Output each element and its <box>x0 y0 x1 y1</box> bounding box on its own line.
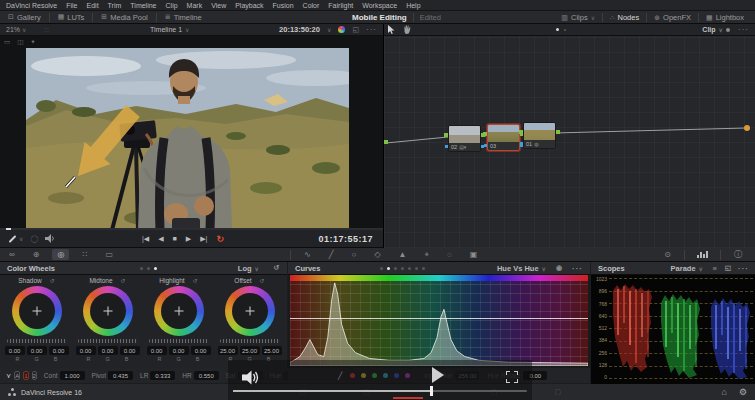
play-overlay-icon[interactable] <box>432 367 444 383</box>
contrast-value[interactable]: 1.000 <box>60 371 85 380</box>
reset-icon[interactable]: ↺ <box>50 277 55 284</box>
midtone-color-wheel[interactable] <box>83 286 133 336</box>
wheels-pagination[interactable] <box>140 267 157 270</box>
pagination-dot[interactable] <box>564 29 566 31</box>
shadow-master-slider[interactable] <box>7 339 67 343</box>
value-box[interactable]: 25.00 <box>262 346 282 355</box>
reset-icon[interactable]: ↺ <box>193 277 198 284</box>
menu-clip[interactable]: Clip <box>166 2 178 9</box>
pivot-value[interactable]: 0.435 <box>108 371 133 380</box>
node-pagination[interactable] <box>556 28 566 31</box>
node-output-rgb[interactable] <box>556 130 560 134</box>
node-input-rgb[interactable] <box>444 133 448 137</box>
menu-app[interactable]: DaVinci Resolve <box>6 2 57 9</box>
scopes-expand-icon[interactable]: ◱ <box>725 264 731 272</box>
curves-icon[interactable]: ∿ <box>295 250 320 259</box>
node-menu-icon[interactable]: ··· <box>738 25 749 34</box>
tracker-icon[interactable]: ⌖ <box>416 250 439 260</box>
menu-view[interactable]: View <box>211 2 226 9</box>
highlight-color-wheel[interactable] <box>154 286 204 336</box>
value-box[interactable]: 0.00 <box>49 346 69 355</box>
pagination-dot-active[interactable] <box>154 267 157 270</box>
unmix-icon[interactable]: ◯ <box>30 235 38 243</box>
motion-effects-icon[interactable]: ▭ <box>96 250 122 259</box>
eye-icon[interactable]: ⊙ <box>655 250 680 259</box>
menu-mark[interactable]: Mark <box>187 2 203 9</box>
pagination-dot[interactable] <box>147 267 150 270</box>
source-timecode[interactable]: 20:13:50:20 <box>279 25 320 34</box>
node-01[interactable]: 01 ◍ <box>523 122 556 149</box>
pagination-dot[interactable] <box>422 267 425 270</box>
value-box[interactable]: 0.00 <box>191 346 211 355</box>
output-connector[interactable] <box>744 125 750 131</box>
luts-button[interactable]: ▦ LUTs <box>50 11 93 23</box>
menu-workspace[interactable]: Workspace <box>362 2 397 9</box>
menu-timeline[interactable]: Timeline <box>130 2 156 9</box>
value-box[interactable]: 0.00 <box>5 346 25 355</box>
auto-mode-icon[interactable]: A <box>14 371 20 380</box>
cursor-icon[interactable] <box>388 25 395 34</box>
loop-button[interactable]: ↻ <box>216 234 224 244</box>
pagination-dot[interactable] <box>140 267 143 270</box>
media-pool-button[interactable]: ⊞ Media Pool <box>93 11 155 23</box>
viewer-video-frame[interactable] <box>26 48 349 230</box>
scopes-toggle-icon[interactable] <box>689 251 716 258</box>
project-settings-icon[interactable]: ⚙ <box>739 387 747 397</box>
curves-menu-icon[interactable]: ··· <box>572 264 583 273</box>
clips-button[interactable]: ▥ Clips ∨ <box>554 11 602 24</box>
node-02[interactable]: 02 ▤▾ <box>448 125 481 152</box>
nodes-button[interactable]: ∴ Nodes <box>603 11 646 24</box>
pagination-dot-active[interactable] <box>387 267 390 270</box>
wheel-page-2-tab[interactable]: 2 <box>32 371 37 380</box>
power-window-icon[interactable]: ○ <box>343 250 366 259</box>
node-mode-select[interactable]: Clip ∨ <box>702 26 730 33</box>
menu-playback[interactable]: Playback <box>235 2 263 9</box>
step-back-button[interactable]: ◀ <box>158 235 163 243</box>
pagination-dot[interactable] <box>401 267 404 270</box>
stop-button[interactable]: ■ <box>173 235 177 242</box>
rgb-mixer-icon[interactable]: ∷ <box>73 250 96 259</box>
pagination-dot[interactable] <box>394 267 397 270</box>
node-input-key[interactable] <box>484 144 487 147</box>
reset-icon[interactable]: ↺ <box>121 277 126 284</box>
seek-handle[interactable] <box>430 386 433 396</box>
lr-value[interactable]: 0.333 <box>150 371 175 380</box>
node-03-selected[interactable]: 03 <box>487 124 520 151</box>
spline-mode-icon[interactable]: ⋎ <box>6 372 11 380</box>
node-input-key[interactable] <box>445 145 448 148</box>
node-input-key[interactable] <box>520 142 523 145</box>
timeline-select[interactable]: Timeline 1 ∨ <box>150 26 189 33</box>
timeline-button[interactable]: ≣ Timeline <box>157 11 210 23</box>
menu-file[interactable]: File <box>66 2 77 9</box>
pagination-dot[interactable] <box>380 267 383 270</box>
menu-fairlight[interactable]: Fairlight <box>328 2 353 9</box>
openfx-button[interactable]: ⊛ OpenFX <box>647 11 698 24</box>
page-icon[interactable]: ▢ <box>555 388 562 396</box>
node-input-rgb[interactable] <box>483 132 487 136</box>
fullscreen-icon[interactable] <box>506 371 518 383</box>
lightbox-button[interactable]: ▦ Lightbox <box>699 11 751 24</box>
wheels-reset-icon[interactable]: ↺ <box>273 264 279 272</box>
value-box[interactable]: 0.00 <box>76 346 96 355</box>
audio-mute-icon[interactable] <box>45 234 55 243</box>
pagination-dot-active[interactable] <box>556 28 559 31</box>
go-to-end-button[interactable]: ▶| <box>200 235 207 243</box>
node-graph[interactable]: 02 ▤▾ 03 01 ◍ <box>384 36 755 248</box>
project-manager-icon[interactable]: ⌂ <box>721 387 726 397</box>
menu-color[interactable]: Color <box>303 2 320 9</box>
wheel-page-1-tab[interactable]: 1 <box>23 371 28 380</box>
pagination-dot[interactable] <box>408 267 411 270</box>
node-input-rgb[interactable] <box>519 130 523 134</box>
menu-edit[interactable]: Edit <box>87 2 99 9</box>
value-box[interactable]: 25.00 <box>240 346 260 355</box>
curve-presets-icon[interactable]: ◉ <box>556 264 562 272</box>
curves-mode-select[interactable]: Hue Vs Hue ∨ <box>497 264 546 273</box>
image-mode-icon[interactable]: ▭ <box>4 38 10 46</box>
scopes-menu-icon[interactable]: ··· <box>738 264 749 273</box>
play-button[interactable]: ▶ <box>186 235 191 243</box>
scopes-mode-select[interactable]: Parade ∨ <box>671 264 703 273</box>
value-box[interactable]: 0.00 <box>147 346 167 355</box>
color-match-icon[interactable]: ⊕ <box>24 250 49 259</box>
midtone-master-slider[interactable] <box>78 339 138 343</box>
hue-curve-line[interactable] <box>290 318 588 319</box>
